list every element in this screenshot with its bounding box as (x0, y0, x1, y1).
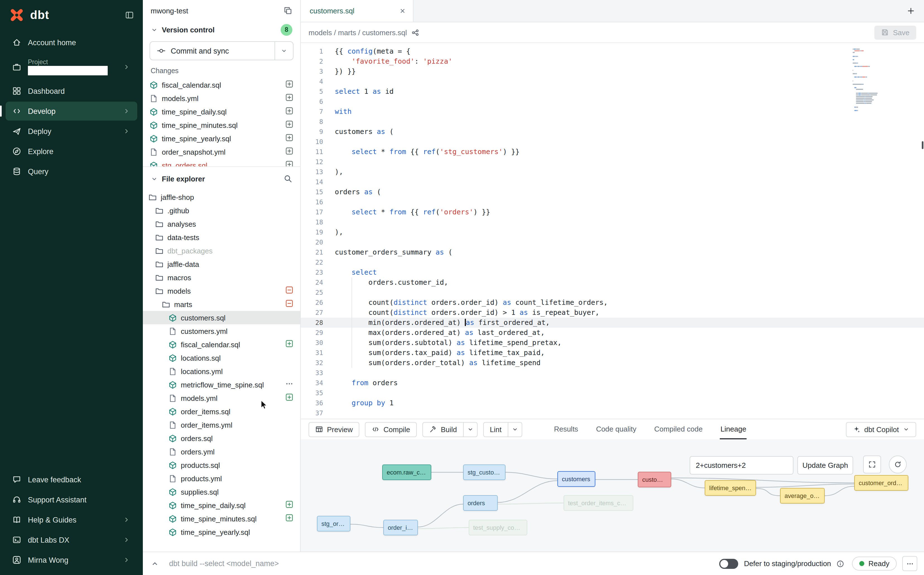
lineage-selector-input[interactable]: 2+customers+2 (689, 456, 793, 475)
results-tab-code-quality[interactable]: Code quality (595, 419, 637, 439)
stage-file-button[interactable] (285, 500, 293, 510)
tree-item-time-spine-yearly-sql[interactable]: time_spine_yearly.sql (143, 525, 300, 539)
tree-item-marts[interactable]: marts (143, 297, 300, 311)
update-graph-button[interactable]: Update Graph (797, 456, 853, 475)
defer-toggle[interactable] (720, 559, 739, 569)
sidebar-item-develop[interactable]: Develop (6, 102, 137, 121)
tree-item-metricflow-time-spine-sql[interactable]: metricflow_time_spine.sql (143, 378, 300, 391)
minimap[interactable] (853, 49, 895, 113)
sidebar-item-account-home[interactable]: Account home (6, 33, 137, 52)
compile-button[interactable]: Compile (365, 422, 417, 437)
sidebar-item-mirna-wong[interactable]: Mirna Wong (6, 550, 137, 569)
lineage-node-stg-orders[interactable]: stg_orders (317, 516, 350, 531)
save-button[interactable]: Save (875, 25, 916, 39)
stage-file-button[interactable] (285, 133, 293, 143)
tree-item-data-tests[interactable]: data-tests (143, 230, 300, 244)
search-files-icon[interactable] (284, 174, 292, 183)
new-tab-button[interactable] (907, 7, 915, 15)
lineage-node-lifetime-spen[interactable]: lifetime_spen… (705, 480, 756, 496)
stage-file-button[interactable] (285, 147, 293, 157)
file-menu-button[interactable] (285, 380, 293, 390)
stage-file-button[interactable] (285, 514, 293, 524)
tree-item-products-sql[interactable]: products.sql (143, 458, 300, 472)
changed-file-fiscal-calendar-sql[interactable]: fiscal_calendar.sql (143, 78, 300, 92)
build-button[interactable]: Build (423, 423, 463, 436)
tree-item-jaffle-data[interactable]: jaffle-data (143, 257, 300, 271)
tree-item-locations-yml[interactable]: locations.yml (143, 365, 300, 378)
tree-item-orders-sql[interactable]: orders.sql (143, 432, 300, 445)
tree-item-products-yml[interactable]: products.yml (143, 472, 300, 485)
changed-file-time-spine-minutes-sql[interactable]: time_spine_minutes.sql (143, 118, 300, 132)
lineage-node-customer-orde[interactable]: customer_orde… (854, 475, 908, 491)
sidebar-item-leave-feedback[interactable]: Leave feedback (6, 470, 137, 489)
tree-item-time-spine-daily-sql[interactable]: time_spine_daily.sql (143, 499, 300, 512)
lineage-node-order-it[interactable]: order_it… (384, 520, 418, 535)
dbt-copilot-button[interactable]: dbt Copilot (846, 422, 916, 437)
changed-file-stg-orders-sql[interactable]: stg_orders.sql (143, 159, 300, 166)
tree-item-macros[interactable]: macros (143, 271, 300, 284)
tree-item-models-yml[interactable]: models.yml (143, 391, 300, 405)
tab-customers-sql[interactable]: customers.sql (301, 0, 414, 22)
tree-item-orders-yml[interactable]: orders.yml (143, 445, 300, 458)
collapse-sidebar-button[interactable] (125, 11, 134, 19)
tree-item-analyses[interactable]: analyses (143, 217, 300, 230)
lint-button[interactable]: Lint (484, 423, 508, 436)
tree-item-order-items-yml[interactable]: order_items.yml (143, 418, 300, 432)
sidebar-item-explore[interactable]: Explore (6, 142, 137, 161)
sidebar-item-query[interactable]: Query (6, 162, 137, 181)
tree-item-order-items-sql[interactable]: order_items.sql (143, 405, 300, 418)
results-tab-compiled-code[interactable]: Compiled code (654, 419, 703, 439)
lineage-node-customers[interactable]: customers (558, 471, 595, 487)
sidebar-item-dashboard[interactable]: Dashboard (6, 82, 137, 101)
lineage-node-test-order-items-com[interactable]: test_order_items_com… (564, 495, 633, 511)
build-options-button[interactable] (463, 423, 477, 436)
sidebar-item-deploy[interactable]: Deploy (6, 122, 137, 141)
tree-item-models[interactable]: models (143, 284, 300, 297)
tree-item-customers-yml[interactable]: customers.yml (143, 324, 300, 338)
tree-item-jaffle-shop[interactable]: jaffle-shop (143, 191, 300, 204)
preview-button[interactable]: Preview (309, 422, 360, 437)
more-options-button[interactable] (902, 556, 917, 571)
sidebar-item-project[interactable]: ProjectJaffle Shop Snowflake (6, 53, 137, 81)
sidebar-item-support-assistant[interactable]: Support Assistant (6, 490, 137, 509)
fullscreen-button[interactable] (863, 456, 881, 473)
sidebar-item-help-guides[interactable]: Help & Guides (6, 510, 137, 529)
stage-file-button[interactable] (285, 80, 293, 90)
commit-options-button[interactable] (274, 42, 293, 60)
file-explorer-header[interactable]: File explorer (143, 170, 300, 187)
lint-options-button[interactable] (508, 423, 522, 436)
stage-file-button[interactable] (285, 393, 293, 403)
lineage-node-average-ord[interactable]: average_ord… (780, 488, 825, 504)
tree-item-time-spine-minutes-sql[interactable]: time_spine_minutes.sql (143, 512, 300, 525)
close-tab-icon[interactable] (399, 7, 406, 14)
copy-branch-button[interactable] (284, 6, 292, 15)
tree-item-locations-sql[interactable]: locations.sql (143, 351, 300, 365)
tree-item-customers-sql[interactable]: customers.sql (143, 311, 300, 324)
stage-file-button[interactable] (285, 160, 293, 166)
tree-item-fiscal-calendar-sql[interactable]: fiscal_calendar.sql (143, 338, 300, 351)
changed-file-models-yml[interactable]: models.yml (143, 92, 300, 105)
lineage-node-test-supply-costs-s[interactable]: test_supply_costs_s… (469, 520, 527, 535)
tree-item-dbt-packages[interactable]: dbt_packages (143, 244, 300, 257)
tree-item-supplies-sql[interactable]: supplies.sql (143, 485, 300, 499)
results-tab-results[interactable]: Results (553, 419, 579, 439)
command-input[interactable]: dbt build --select <model_name> (169, 559, 279, 568)
lineage-node-custom[interactable]: custom… (638, 472, 671, 488)
changed-file-time-spine-daily-sql[interactable]: time_spine_daily.sql (143, 105, 300, 118)
expand-command-bar-button[interactable] (151, 559, 159, 568)
info-icon[interactable] (837, 560, 845, 567)
lineage-node-stg-custo[interactable]: stg_custo… (463, 464, 506, 480)
stage-file-button[interactable] (285, 120, 293, 130)
lineage-node-orders[interactable]: orders (463, 495, 498, 511)
lineage-node-ecom-raw-cu[interactable]: ecom.raw_cu… (382, 464, 431, 480)
results-tab-lineage[interactable]: Lineage (720, 419, 747, 439)
code-editor[interactable]: 1{{ config(meta = {2 'favorite_food': 'p… (301, 43, 924, 419)
commit-and-sync-button[interactable]: Commit and sync (150, 42, 274, 60)
stage-file-button[interactable] (285, 106, 293, 117)
version-control-header[interactable]: Version control 8 (143, 21, 300, 38)
tree-item-github[interactable]: .github (143, 204, 300, 217)
stage-file-button[interactable] (285, 340, 293, 349)
changed-file-order-snapshot-yml[interactable]: order_snapshot.yml (143, 145, 300, 159)
changed-file-time-spine-yearly-sql[interactable]: time_spine_yearly.sql (143, 132, 300, 145)
scrollbar-thumb[interactable] (921, 141, 924, 149)
